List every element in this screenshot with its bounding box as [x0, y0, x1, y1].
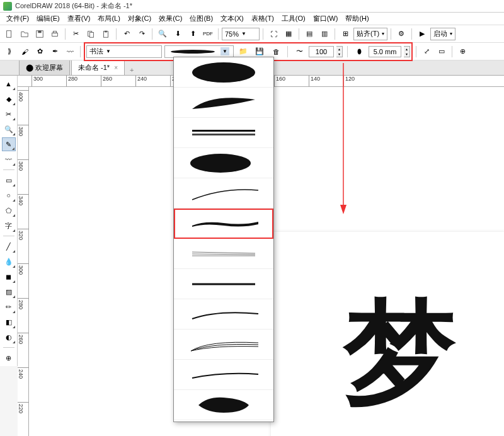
open-button[interactable] [18, 27, 32, 41]
title-text: CorelDRAW 2018 (64-Bit) - 未命名 -1* [15, 1, 132, 11]
redo-button[interactable]: ↷ [135, 27, 149, 41]
menu-text[interactable]: 文本(X) [217, 13, 248, 25]
crop-tool[interactable]: ✂ [2, 107, 16, 121]
rectangle-tool[interactable]: ▭ [2, 173, 16, 187]
snap-combo[interactable]: 贴齐(T)▾ [353, 28, 387, 40]
standard-toolbar: ✂ ↶ ↷ 🔍 ⬇ ⬆ PDF 75%▼ ⛶ ▦ ▤ ▥ ⊞ 贴齐(T)▾ ⚙ … [0, 25, 504, 43]
title-bar: CorelDRAW 2018 (64-Bit) - 未命名 -1* [0, 0, 504, 13]
svg-marker-11 [340, 205, 346, 214]
shadow-tool[interactable]: ◼ [2, 270, 16, 284]
brush-stroke-dropdown[interactable] [173, 57, 274, 422]
add-button[interactable]: ⊕ [455, 45, 469, 59]
new-tab-button[interactable]: + [126, 65, 137, 75]
cut-button[interactable]: ✂ [69, 27, 83, 41]
preset-tool-icon[interactable]: ⟫ [3, 45, 16, 59]
launch-icon[interactable]: ▶ [415, 27, 429, 41]
width-spinner[interactable]: ▴▾ [404, 46, 410, 57]
polygon-tool[interactable]: ⬠ [2, 204, 16, 217]
ellipse-tool[interactable]: ○ [2, 188, 16, 202]
zoom-combo[interactable]: 75%▼ [222, 28, 260, 40]
save-button[interactable] [33, 27, 47, 41]
guides-button[interactable]: ▥ [318, 27, 331, 41]
tab-document[interactable]: 未命名 -1*× [71, 60, 125, 75]
launch-combo[interactable]: 启动▾ [430, 28, 455, 40]
eyedrop-tool[interactable]: 💧 [2, 255, 16, 268]
stroke-option-9[interactable] [174, 299, 273, 330]
stroke-option-8[interactable] [174, 269, 273, 299]
stroke-option-10[interactable] [174, 330, 273, 360]
rulers-button[interactable]: ▦ [282, 27, 295, 41]
zoom-tool[interactable]: 🔍 [2, 122, 16, 136]
width-input[interactable]: 5.0 mm [369, 46, 401, 57]
stroke-option-1[interactable] [174, 57, 273, 88]
shape-tool[interactable]: ◆ [2, 92, 16, 106]
menu-bar[interactable]: 文件(F) 编辑(E) 查看(V) 布局(L) 对象(C) 效果(C) 位图(B… [0, 13, 504, 25]
stroke-option-2[interactable] [174, 88, 273, 118]
stroke-option-11[interactable] [174, 360, 273, 390]
menu-bitmap[interactable]: 位图(B) [186, 13, 217, 25]
paste-button[interactable] [99, 27, 113, 41]
transparency-tool[interactable]: ◐ [2, 330, 16, 344]
calligraphic-tool-icon[interactable]: ✒ [48, 45, 62, 59]
outline-tool[interactable]: ◧ [2, 315, 16, 329]
brush-category-combo[interactable]: 书法▼ [86, 45, 162, 58]
stroke-option-4[interactable] [174, 148, 273, 178]
smooth-icon: 〜 [292, 45, 306, 59]
brush-stroke-combo[interactable]: ▼ [164, 45, 234, 58]
import-button[interactable]: ⬇ [171, 27, 185, 41]
calligraphy-char[interactable]: 梦 [343, 277, 457, 430]
freehand-tool[interactable]: ✎ [2, 137, 16, 151]
close-tab-icon[interactable]: × [114, 64, 118, 71]
artistic-tool[interactable]: 〰 [2, 152, 16, 166]
svg-rect-0 [7, 30, 11, 37]
sprayer-tool-icon[interactable]: ✿ [33, 45, 47, 59]
menu-file[interactable]: 文件(F) [3, 13, 33, 25]
copy-button[interactable] [84, 27, 98, 41]
snap-button[interactable]: ⊞ [338, 27, 352, 41]
new-button[interactable] [3, 27, 16, 41]
menu-object[interactable]: 对象(C) [124, 13, 155, 25]
stroke-option-7[interactable] [174, 239, 273, 269]
pressure-tool-icon[interactable]: 〰 [63, 45, 77, 59]
tab-welcome[interactable]: ⬤ 欢迎屏幕 [19, 60, 70, 75]
menu-view[interactable]: 查看(V) [64, 13, 94, 25]
stroke-option-12[interactable] [174, 390, 273, 420]
svg-rect-3 [52, 33, 58, 36]
undo-button[interactable]: ↶ [120, 27, 134, 41]
menu-tool[interactable]: 工具(O) [278, 13, 309, 25]
stroke-option-3[interactable] [174, 118, 273, 148]
grid-button[interactable]: ▤ [302, 27, 316, 41]
menu-table[interactable]: 表格(T) [248, 13, 278, 25]
svg-rect-8 [105, 30, 107, 32]
menu-layout[interactable]: 布局(L) [94, 13, 123, 25]
smoothing-spinner[interactable]: ▴▾ [336, 46, 343, 57]
line-tool[interactable]: ╱ [2, 239, 16, 253]
svg-point-15 [190, 154, 251, 173]
text-tool[interactable]: 字 [2, 219, 16, 232]
menu-effect[interactable]: 效果(C) [155, 13, 186, 25]
svg-rect-2 [38, 30, 41, 33]
stroke-option-13[interactable] [174, 420, 273, 422]
expand-toolbox[interactable]: ⊕ [2, 351, 16, 365]
pick-tool[interactable]: ▲ [2, 77, 16, 91]
menu-window[interactable]: 窗口(W) [309, 13, 342, 25]
options-button[interactable]: ⚙ [394, 27, 408, 41]
search-button[interactable]: 🔍 [156, 27, 169, 41]
fullscreen-button[interactable]: ⛶ [266, 27, 280, 41]
menu-edit[interactable]: 编辑(E) [33, 13, 64, 25]
toolbox: ▲ ◆ ✂ 🔍 ✎ 〰 ▭ ○ ⬠ 字 ╱ 💧 ◼ ▨ ✏ ◧ ◐ ⊕ [0, 76, 18, 366]
print-button[interactable] [48, 27, 62, 41]
stroke-option-5[interactable] [174, 178, 273, 209]
export-button[interactable]: ⬆ [186, 27, 200, 41]
menu-help[interactable]: 帮助(H) [341, 13, 372, 25]
scale-button[interactable]: ⤢ [420, 45, 433, 59]
brush-tool-icon[interactable]: 🖌 [18, 45, 32, 59]
smoothing-input[interactable]: 100 [309, 46, 334, 57]
svg-rect-13 [192, 130, 255, 132]
stroke-option-6-highlighted[interactable] [174, 209, 273, 239]
fill-tool[interactable]: ▨ [2, 285, 16, 299]
pdf-button[interactable]: PDF [201, 27, 215, 41]
contour-tool[interactable]: ✏ [2, 300, 16, 314]
bounding-button[interactable]: ▭ [435, 45, 449, 59]
annotation-arrow [340, 63, 365, 221]
